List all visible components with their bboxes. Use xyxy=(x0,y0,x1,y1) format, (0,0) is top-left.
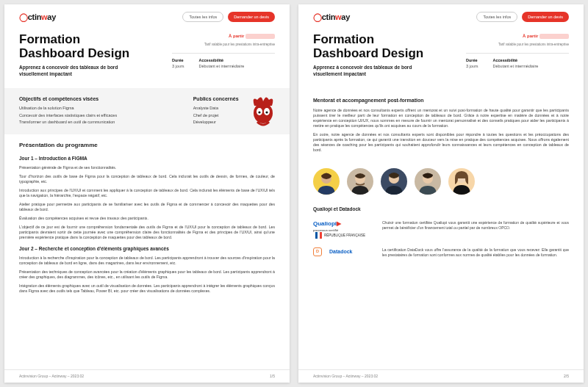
meta-level-value: Débutant et intermédiaire xyxy=(493,64,539,68)
logo-mark: ◯ xyxy=(313,12,322,21)
team-avatars xyxy=(298,161,584,202)
brand-logo: ◯ctinway xyxy=(313,12,350,23)
meta-duration-value: 3 jours xyxy=(172,64,184,68)
logo-text-3: ay xyxy=(341,12,350,21)
meta-duration: Durée 3 jours xyxy=(172,58,184,70)
avatar xyxy=(381,168,407,195)
all-info-button[interactable]: Toutes les infos xyxy=(476,12,517,22)
day2-para: Introduction à la recherche d'inspiratio… xyxy=(19,256,275,266)
day1-para: L'objectif de ce jour est de fournir une… xyxy=(19,225,275,240)
meta-level: Accessibilité Débutant et intermédiaire xyxy=(199,58,245,70)
avatar xyxy=(415,168,441,195)
svg-point-0 xyxy=(254,103,273,123)
logo-text-1: ctin xyxy=(322,12,335,21)
price-note: Tarif valable pour les prestations intra… xyxy=(466,43,569,47)
page-header: ◯ctinway Toutes les infos Demander un de… xyxy=(298,4,584,29)
meta-duration: Durée 3 jours xyxy=(466,58,478,70)
page-footer: Actinvision Group – Actinway – 2023.02 2… xyxy=(298,369,584,383)
course-subtitle: Apprenez à concevoir des tableaux de bor… xyxy=(19,65,137,78)
logo-text-3: ay xyxy=(47,12,56,21)
meta-duration-value: 3 jours xyxy=(466,64,478,68)
footer-left: Actinvision Group – Actinway – 2023.02 xyxy=(313,374,378,379)
page-footer: Actinvision Group – Actinway – 2023.02 1… xyxy=(4,369,290,383)
day1-para: Atelier pratique pour permettre aux part… xyxy=(19,202,275,212)
price-note: Tarif valable pour les prestations intra… xyxy=(172,43,275,47)
header-buttons: Toutes les infos Demander un devis xyxy=(182,12,275,22)
header-buttons: Toutes les infos Demander un devis xyxy=(476,12,569,22)
course-title: Formation Dashboard Design xyxy=(313,33,453,60)
course-title-line1: Formation xyxy=(19,33,159,47)
program-title: Présentation du programme xyxy=(19,142,275,150)
course-title-line1: Formation xyxy=(313,33,453,47)
day2-para: Intégration des éléments graphiques avec… xyxy=(19,283,275,294)
quote-button[interactable]: Demander un devis xyxy=(228,12,275,22)
logo-mark: ◯ xyxy=(19,12,28,21)
title-block: Formation Dashboard Design Apprenez à co… xyxy=(4,29,290,88)
mentoring-para: Notre agence de données et nos consultan… xyxy=(313,108,569,129)
brand-logo: ◯ctinway xyxy=(19,12,56,23)
certif-qualiopi: Qualiopi▶ processus certifié RÉPUBLIQUE … xyxy=(313,220,569,239)
course-title: Formation Dashboard Design xyxy=(19,33,159,60)
mentoring-title: Mentorat et accompagnement post-formatio… xyxy=(313,97,569,104)
avatar xyxy=(313,168,340,195)
objectives-publics-block: Objectifs et compétences visées Utilisat… xyxy=(4,88,290,135)
course-title-line2: Dashboard Design xyxy=(313,47,453,61)
svg-point-3 xyxy=(258,111,260,113)
mascot-icon xyxy=(248,93,278,126)
objective-item: Transformer un dashboard en outil de com… xyxy=(19,119,171,126)
objectives: Objectifs et compétences visées Utilisat… xyxy=(19,95,171,126)
datadock-icon: D xyxy=(313,247,322,256)
day2-para: Présentation des techniques de conceptio… xyxy=(19,270,275,280)
day1-title: Jour 1 – Introduction à FIGMA xyxy=(19,156,275,162)
meta-level: Accessibilité Débutant et intermédiaire xyxy=(493,58,539,70)
logo-text-1: ctin xyxy=(28,12,41,21)
qualiopi-flag: RÉPUBLIQUE FRANÇAISE xyxy=(313,232,365,239)
price-from-label: À partir xyxy=(229,34,244,38)
datadock-badge: D Datadock xyxy=(313,247,372,256)
objective-item: Concevoir des interfaces statistiques cl… xyxy=(19,112,171,119)
pricing-meta: À partir Tarif valable pour les prestati… xyxy=(172,33,275,78)
course-subtitle: Apprenez à concevoir des tableaux de bor… xyxy=(313,65,431,78)
objectives-list: Utilisation de la solution Figma Concevo… xyxy=(19,105,171,126)
day2-title: Jour 2 – Recherche et conception d'éléme… xyxy=(19,246,275,253)
pricing-meta: À partir Tarif valable pour les prestati… xyxy=(466,33,569,78)
course-title-line2: Dashboard Design xyxy=(19,47,159,61)
certif-datadock: D Datadock La certification DataDock vou… xyxy=(313,247,569,258)
footer-page-number: 2/5 xyxy=(564,374,569,379)
day1-para: Introduction aux principes de l'UX/UI et… xyxy=(19,188,275,198)
avatar xyxy=(347,168,373,195)
meta-level-label: Accessibilité xyxy=(199,58,245,63)
svg-point-4 xyxy=(265,111,268,113)
program-day-1: Jour 1 – Introduction à FIGMA Présentati… xyxy=(19,156,275,240)
qualiopi-name: Qualiopi▶ xyxy=(313,220,365,228)
all-info-button[interactable]: Toutes les infos xyxy=(182,12,223,22)
certif-title: Qualiopi et Datadock xyxy=(313,206,569,213)
quote-button[interactable]: Demander un devis xyxy=(522,12,569,22)
page-header: ◯ctinway Toutes les infos Demander un de… xyxy=(4,4,290,29)
avatar xyxy=(448,168,475,195)
datadock-text: La certification DataDock vous offre l'a… xyxy=(382,247,569,258)
footer-left: Actinvision Group – Actinway – 2023.02 xyxy=(19,374,84,379)
document-page-1: ◯ctinway Toutes les infos Demander un de… xyxy=(4,4,290,383)
price-value-redacted xyxy=(539,34,569,39)
mentoring-para: En outre, notre agence de données et nos… xyxy=(313,132,569,153)
objective-item: Utilisation de la solution Figma xyxy=(19,105,171,112)
day1-para: Évaluation des compétences acquises et r… xyxy=(19,216,275,221)
meta-level-label: Accessibilité xyxy=(493,58,539,63)
day1-para: Présentation générale de Figma et de ses… xyxy=(19,165,275,170)
meta-level-value: Débutant et intermédiaire xyxy=(199,64,245,68)
meta-duration-label: Durée xyxy=(466,58,478,63)
qualiopi-text: Choisir une formation certifiée Qualiopi… xyxy=(382,220,569,231)
certifications-section: Qualiopi et Datadock Qualiopi▶ processus… xyxy=(298,202,584,270)
program-day-2: Jour 2 – Recherche et conception d'éléme… xyxy=(19,246,275,294)
program-section: Présentation du programme Jour 1 – Intro… xyxy=(4,134,290,302)
objectives-title: Objectifs et compétences visées xyxy=(19,95,171,102)
qualiopi-badge: Qualiopi▶ processus certifié RÉPUBLIQUE … xyxy=(313,220,372,239)
day1-para: Tour d'horizon des outils de base de Fig… xyxy=(19,174,275,184)
document-page-2: ◯ctinway Toutes les infos Demander un de… xyxy=(298,4,584,383)
mentoring-section: Mentorat et accompagnement post-formatio… xyxy=(298,88,584,162)
meta-duration-label: Durée xyxy=(172,58,184,63)
price-value-redacted xyxy=(245,34,275,39)
footer-page-number: 1/5 xyxy=(270,374,275,379)
title-block: Formation Dashboard Design Apprenez à co… xyxy=(298,29,584,88)
